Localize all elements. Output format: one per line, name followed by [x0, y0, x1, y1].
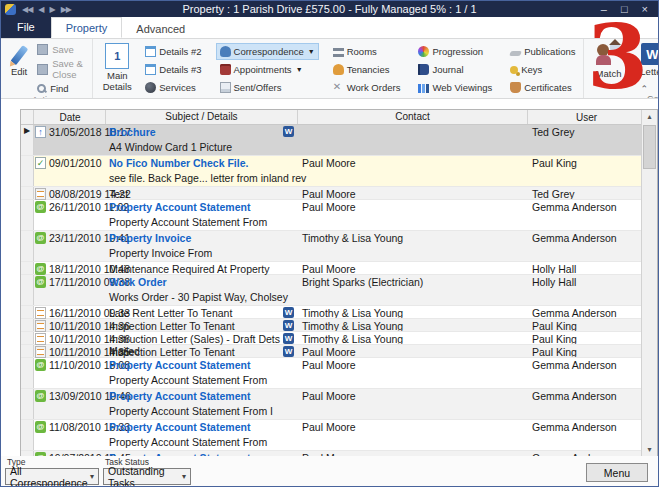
main-details-button[interactable]: 1 Main Details — [97, 41, 137, 93]
word-doc-icon: W — [283, 126, 294, 137]
table-row[interactable]: @ 13/09/2010 10:46 Property Account Stat… — [21, 389, 641, 420]
column-header-user[interactable]: User — [528, 110, 641, 124]
app-icon — [5, 4, 16, 15]
nav-last-button[interactable]: ▶▶ — [61, 5, 71, 14]
ribbon: Edit Save Save & Close Find — [1, 39, 658, 99]
doc-row-icon — [35, 346, 46, 358]
table-row[interactable]: 08/08/2019 14:22 Test Paul Moore Ted Gre… — [21, 187, 641, 200]
ribbon-item-details-2[interactable]: Details #2 — [141, 43, 205, 60]
row-contact: Paul Moore — [298, 345, 528, 357]
row-selector[interactable]: ▶ — [21, 125, 34, 155]
ribbon-item-publications[interactable]: Publications — [506, 43, 579, 60]
table-row[interactable]: 10/11/2010 14:36 Inspection Letter To Te… — [21, 319, 641, 332]
row-selector[interactable] — [21, 389, 34, 419]
ribbon-item-sent-offers[interactable]: Sent/Offers — [216, 79, 319, 96]
word-doc-icon: W — [283, 307, 294, 318]
ribbon-item-label: Details #3 — [159, 64, 201, 75]
row-selector[interactable] — [21, 358, 34, 388]
ribbon-item-label: Tenancies — [347, 64, 390, 75]
save-icon — [37, 44, 48, 55]
scrollbar-thumb[interactable] — [643, 125, 656, 169]
row-contact: Bright Sparks (Electrician) — [298, 275, 528, 305]
edit-button[interactable]: Edit — [5, 41, 33, 78]
table-row[interactable]: @ 23/11/2010 10:41 Property Invoice Prop… — [21, 231, 641, 262]
table-row[interactable]: @ 11/10/2010 18:08 Property Account Stat… — [21, 358, 641, 389]
close-button[interactable]: × — [642, 3, 648, 15]
minimize-button[interactable]: – — [601, 3, 607, 15]
ribbon-item-appointments[interactable]: Appointments▼ — [216, 61, 319, 78]
save-button[interactable]: Save — [37, 44, 88, 55]
column-header-contact[interactable]: Contact — [298, 110, 528, 124]
chevron-down-icon: ▾ — [90, 472, 94, 481]
table-row[interactable]: 10/11/2010 14:35 Inspection Letter To Te… — [21, 345, 641, 358]
book-icon — [418, 64, 429, 75]
column-header-date[interactable]: Date — [34, 110, 106, 124]
ribbon-item-label: Details #2 — [159, 46, 201, 57]
ribbon-tab-bar: File Property Advanced — [1, 17, 658, 39]
ribbon-item-tenancies[interactable]: Tenancies — [329, 61, 405, 78]
find-button[interactable]: Find — [37, 83, 88, 94]
tab-property[interactable]: Property — [51, 17, 123, 38]
ribbon-collapse-chevron-icon[interactable]: ⌃ — [640, 84, 648, 94]
ribbon-item-correspondence[interactable]: Correspondence▼ — [216, 43, 319, 60]
row-selector[interactable] — [21, 332, 34, 344]
vertical-scrollbar[interactable]: ▴ ▾ — [641, 110, 657, 457]
ribbon-item-journal[interactable]: Journal — [414, 61, 496, 78]
ribbon-item-services[interactable]: Services — [141, 79, 205, 96]
ribbon-item-label: Publications — [524, 46, 575, 57]
row-selector[interactable] — [21, 156, 34, 186]
task-status-filter-dropdown[interactable]: Outstanding Tasks▾ — [103, 468, 191, 485]
save-and-close-button[interactable]: Save & Close — [37, 58, 88, 80]
ribbon-item-work-orders[interactable]: Work Orders — [329, 79, 405, 96]
ribbon-item-web-viewings[interactable]: Web Viewings — [414, 79, 496, 96]
email-row-icon: @ — [35, 232, 46, 244]
row-selector[interactable] — [21, 306, 34, 318]
row-user: Ted Grey — [528, 187, 641, 199]
doc-row-icon — [35, 320, 46, 332]
row-selector[interactable] — [21, 275, 34, 305]
ribbon-item-details-3[interactable]: Details #3 — [141, 61, 205, 78]
show-items-grid: Details #2Details #3ServicesCorresponden… — [141, 41, 579, 96]
row-user: Holly Hall — [528, 262, 641, 274]
row-detail: see file. Back Page... letter from inlan… — [109, 172, 306, 184]
row-selector[interactable] — [21, 420, 34, 450]
calendar-red-icon — [220, 64, 231, 75]
row-selector[interactable] — [21, 200, 34, 230]
table-row[interactable]: 10/11/2010 14:36 Instruction Letter (Sal… — [21, 332, 641, 345]
table-row[interactable]: 16/11/2010 09:33 Late Rent Letter To Ten… — [21, 306, 641, 319]
tab-file[interactable]: File — [1, 16, 51, 38]
letter-button[interactable]: W Letter — [632, 41, 658, 78]
row-subject: Property Invoice — [109, 232, 191, 244]
row-contact: Paul Moore — [298, 187, 528, 199]
ribbon-item-rooms[interactable]: Rooms — [329, 43, 405, 60]
ribbon-item-keys[interactable]: Keys — [506, 61, 579, 78]
table-row[interactable]: @ 26/11/2010 11:02 Property Account Stat… — [21, 200, 641, 231]
match-button[interactable]: Match — [588, 41, 628, 80]
table-row[interactable]: @ 17/11/2010 09:38 Work Order Works Orde… — [21, 275, 641, 306]
table-row[interactable]: @ 18/11/2010 10:48 Maintenance Required … — [21, 262, 641, 275]
doc-row-icon — [35, 333, 46, 345]
row-selector[interactable] — [21, 187, 34, 199]
row-selector[interactable] — [21, 231, 34, 261]
table-row[interactable]: ✓ 09/01/2010 No Fico Number Check File. … — [21, 156, 641, 187]
ribbon-item-certificates[interactable]: Certificates — [506, 79, 579, 96]
row-subject: No Fico Number Check File. — [109, 157, 248, 169]
ribbon-item-progression[interactable]: Progression — [414, 43, 496, 60]
table-row[interactable]: @ 11/08/2010 16:33 Property Account Stat… — [21, 420, 641, 451]
row-selector[interactable] — [21, 262, 34, 274]
nav-previous-button[interactable]: ◀ — [38, 5, 43, 14]
menu-button[interactable]: Menu — [586, 463, 648, 482]
row-selector[interactable] — [21, 345, 34, 357]
tab-advanced[interactable]: Advanced — [122, 20, 199, 38]
maximize-button[interactable]: □ — [621, 3, 628, 15]
nav-next-button[interactable]: ▶ — [49, 5, 54, 14]
scroll-down-icon[interactable]: ▾ — [642, 443, 657, 457]
column-header-subject[interactable]: Subject / Details — [106, 110, 298, 124]
row-selector[interactable] — [21, 319, 34, 331]
details-table-icon — [145, 46, 156, 57]
scroll-up-icon[interactable]: ▴ — [642, 110, 657, 124]
type-filter-dropdown[interactable]: All Correspondence▾ — [5, 468, 99, 485]
row-subject: Brochure — [109, 126, 156, 138]
nav-first-button[interactable]: ◀◀ — [22, 5, 32, 14]
table-row[interactable]: ▶ ↑ 31/05/2018 10:17 Brochure A4 Window … — [21, 125, 641, 156]
